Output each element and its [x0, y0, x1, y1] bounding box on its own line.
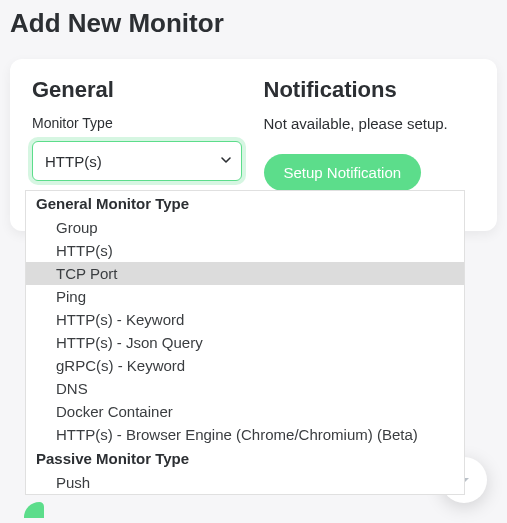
general-column: General Monitor Type HTTP(s) — [32, 77, 244, 191]
save-button-sliver[interactable] — [24, 502, 44, 518]
dropdown-option[interactable]: HTTP(s) - Browser Engine (Chrome/Chromiu… — [26, 423, 464, 446]
dropdown-option[interactable]: DNS — [26, 377, 464, 400]
dropdown-group-label: General Monitor Type — [26, 191, 464, 216]
dropdown-option[interactable]: HTTP(s) — [26, 239, 464, 262]
dropdown-option[interactable]: TCP Port — [26, 262, 464, 285]
monitor-type-select-wrap: HTTP(s) — [32, 141, 242, 181]
notifications-unavailable-text: Not available, please setup. — [264, 115, 476, 132]
general-heading: General — [32, 77, 244, 103]
dropdown-option[interactable]: HTTP(s) - Keyword — [26, 308, 464, 331]
dropdown-option[interactable]: gRPC(s) - Keyword — [26, 354, 464, 377]
dropdown-option[interactable]: Ping — [26, 285, 464, 308]
dropdown-option[interactable]: Docker Container — [26, 400, 464, 423]
monitor-type-label: Monitor Type — [32, 115, 244, 131]
dropdown-option[interactable]: HTTP(s) - Json Query — [26, 331, 464, 354]
setup-notification-button[interactable]: Setup Notification — [264, 154, 422, 191]
monitor-type-select[interactable]: HTTP(s) — [32, 141, 242, 181]
dropdown-option[interactable]: Push — [26, 471, 464, 494]
notifications-heading: Notifications — [264, 77, 476, 103]
monitor-type-dropdown: General Monitor TypeGroupHTTP(s)TCP Port… — [25, 190, 465, 495]
page-title: Add New Monitor — [0, 0, 507, 59]
dropdown-group-label: Passive Monitor Type — [26, 446, 464, 471]
dropdown-option[interactable]: Group — [26, 216, 464, 239]
notifications-column: Notifications Not available, please setu… — [264, 77, 476, 191]
